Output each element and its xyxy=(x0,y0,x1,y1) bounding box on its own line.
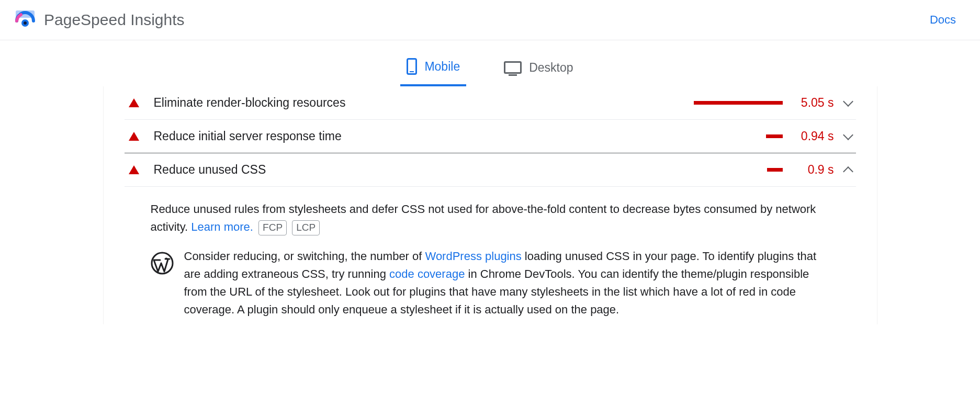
warning-triangle-icon xyxy=(129,98,139,107)
audit-title: Reduce initial server response time xyxy=(154,129,694,143)
audit-bar-track xyxy=(694,134,783,138)
audit-value: 0.94 s xyxy=(793,129,834,143)
app-title: PageSpeed Insights xyxy=(44,11,185,29)
wordpress-plugins-link[interactable]: WordPress plugins xyxy=(425,250,522,263)
audit-row[interactable]: Reduce unused CSS 0.9 s xyxy=(125,153,856,187)
audit-bar-track xyxy=(694,168,783,172)
psi-logo-icon xyxy=(14,8,37,31)
audit-row[interactable]: Eliminate render-blocking resources 5.05… xyxy=(125,86,856,120)
warning-triangle-icon xyxy=(129,165,139,174)
logo-group: PageSpeed Insights xyxy=(14,8,185,31)
learn-more-link[interactable]: Learn more. xyxy=(191,220,253,233)
audit-description: Reduce unused rules from stylesheets and… xyxy=(151,200,830,236)
code-coverage-link[interactable]: code coverage xyxy=(389,267,465,280)
docs-link[interactable]: Docs xyxy=(930,13,966,27)
header: PageSpeed Insights Docs xyxy=(0,0,980,40)
tab-desktop-label: Desktop xyxy=(529,61,573,75)
audits-list: Eliminate render-blocking resources 5.05… xyxy=(103,86,877,324)
wordpress-advice: Consider reducing, or switching, the num… xyxy=(151,247,830,319)
audit-bar xyxy=(694,101,783,105)
audit-title: Reduce unused CSS xyxy=(154,163,694,177)
tab-desktop[interactable]: Desktop xyxy=(498,54,579,86)
metric-chip-lcp: LCP xyxy=(292,220,320,235)
audit-bar xyxy=(767,168,783,172)
metric-chip-fcp: FCP xyxy=(258,220,287,235)
wordpress-advice-text: Consider reducing, or switching, the num… xyxy=(184,247,830,319)
wordpress-icon xyxy=(151,252,174,275)
chevron-down-icon xyxy=(843,96,853,107)
tab-mobile-label: Mobile xyxy=(424,60,460,74)
audit-title: Eliminate render-blocking resources xyxy=(154,96,694,110)
audit-value: 0.9 s xyxy=(793,163,834,177)
chevron-up-icon xyxy=(843,166,853,177)
wp-text-part: Consider reducing, or switching, the num… xyxy=(184,250,425,263)
warning-triangle-icon xyxy=(129,132,139,141)
svg-point-4 xyxy=(24,21,27,25)
audit-row[interactable]: Reduce initial server response time 0.94… xyxy=(125,120,856,153)
chevron-down-icon xyxy=(843,130,853,140)
desktop-icon xyxy=(504,61,522,74)
device-tabs: Mobile Desktop xyxy=(0,40,980,86)
tab-mobile[interactable]: Mobile xyxy=(400,54,466,86)
mobile-icon xyxy=(407,58,417,75)
audit-bar-track xyxy=(694,101,783,105)
audit-bar xyxy=(766,134,783,138)
audit-expanded-body: Reduce unused rules from stylesheets and… xyxy=(125,187,856,324)
audit-value: 5.05 s xyxy=(793,96,834,110)
